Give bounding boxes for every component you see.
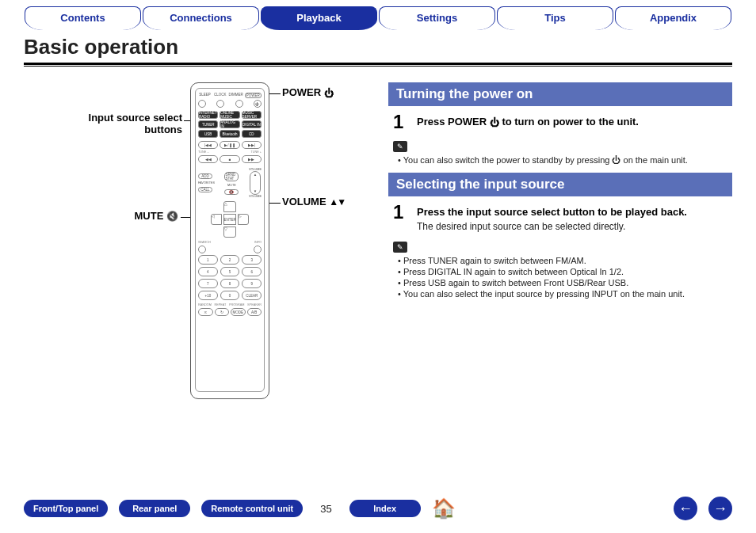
note-list: You can also switch the power to standby… [398,155,732,165]
remote-dimmer-button[interactable] [235,100,243,108]
remote-dpad[interactable]: △ ▽ ◁ ▷ ENTER [206,201,254,238]
remote-src-analog-in[interactable]: ANALOG IN [220,120,239,128]
footer-remote-control[interactable]: Remote control unit [201,500,303,517]
remote-src-digital-in[interactable]: DIGITAL IN [242,120,262,128]
step-text: Press POWER to turn on power to the unit… [417,112,639,131]
remote-src-usb[interactable]: USB [198,130,218,138]
remote-power-button[interactable]: ⏻ [254,100,262,108]
tab-connections[interactable]: Connections [143,6,259,30]
remote-stop-button[interactable]: ■ [220,155,239,163]
remote-search-button[interactable] [198,246,206,253]
remote-src-music-server[interactable]: MUSIC SERVER [242,111,262,119]
remote-src-cd[interactable]: CD [242,130,262,138]
power-icon [324,86,334,98]
remote-src-internet-radio[interactable]: INTERNET RADIO [198,111,218,119]
remote-src-bluetooth[interactable]: Bluetooth [220,130,239,138]
remote-prev-button[interactable]: |◀◀ [198,141,218,149]
callout-volume: VOLUME [282,196,345,208]
remote-ff-button[interactable]: ▶▶ [242,155,262,163]
footer-front-top-panel[interactable]: Front/Top panel [24,500,108,517]
tab-contents[interactable]: Contents [25,6,141,30]
remote-srnd-button[interactable]: SRND STAT [224,172,239,181]
prev-page-button[interactable]: ← [674,497,697,520]
footer-nav: Front/Top panel Rear panel Remote contro… [24,497,732,520]
note-icon: ✎ [393,242,407,253]
remote-rew-button[interactable]: ◀◀ [198,155,218,163]
volume-updown-icon [329,196,345,207]
step-number: 1 [393,203,409,232]
remote-next-button[interactable]: ▶▶| [242,141,262,149]
remote-speaker-button[interactable]: A/B [247,308,262,316]
power-icon [612,155,620,165]
remote-call-button[interactable]: CALL [198,187,212,192]
tab-appendix[interactable]: Appendix [615,6,731,30]
remote-sleep-button[interactable] [198,100,206,108]
footer-rear-panel[interactable]: Rear panel [119,500,190,517]
note-icon: ✎ [393,141,407,152]
mute-icon [166,210,178,222]
home-icon[interactable]: 🏠 [432,497,456,520]
remote-play-pause-button[interactable]: ▶/❚❚ [220,141,239,149]
remote-body: SLEEP CLOCK DIMMER POWER ⏻ INTERNET RADI… [190,82,269,399]
page-title: Basic operation [24,35,732,59]
section-heading-power: Turning the power on [388,82,732,106]
remote-mute-button[interactable]: 🔇 [224,189,239,195]
callout-mute: MUTE [111,211,178,223]
step-text: Press the input source select button to … [417,203,687,232]
footer-index[interactable]: Index [349,500,421,517]
next-page-button[interactable]: → [708,497,732,520]
section-heading-input: Selecting the input source [388,173,732,196]
remote-add-button[interactable]: ADD [198,173,212,179]
tab-playback[interactable]: Playback [261,6,377,30]
remote-diagram: POWER Input source select buttons VOLUME… [24,76,372,409]
remote-src-tuner[interactable]: TUNER [198,120,218,128]
note-list: Press TUNER again to switch between FM/A… [398,256,732,299]
remote-clock-button[interactable] [216,100,224,108]
tab-settings[interactable]: Settings [379,6,495,30]
tab-tips[interactable]: Tips [497,6,613,30]
remote-repeat-button[interactable]: ↻ [215,308,230,316]
power-icon [490,116,499,128]
page-number: 35 [314,503,338,515]
remote-program-button[interactable]: MODE [231,308,246,316]
callout-input-source: Input source select buttons [79,112,182,136]
step-subtext: The desired input source can be selected… [417,221,687,232]
remote-info-button[interactable] [254,246,262,253]
remote-src-online-music[interactable]: ONLINE MUSIC [220,111,239,119]
remote-random-button[interactable]: ⤮ [198,308,213,316]
top-nav-tabs: Contents Connections Playback Settings T… [0,0,756,30]
remote-numpad[interactable]: 1 2 3 4 5 6 7 8 9 +10 0 CLEAR [198,255,262,300]
remote-volume-rocker[interactable]: ▲▼ [250,171,261,195]
step-number: 1 [393,112,409,131]
callout-power: POWER [282,87,334,100]
